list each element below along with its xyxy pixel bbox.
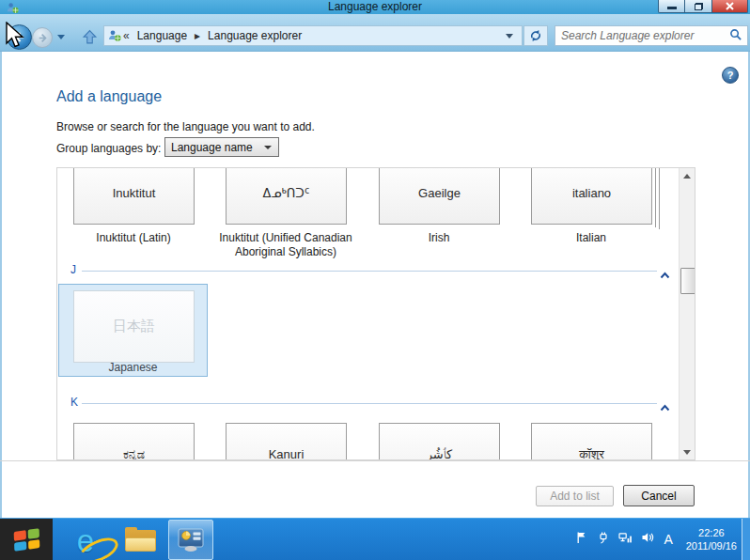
- language-tile-kashmiri-arabic[interactable]: كٲشُر: [379, 423, 500, 460]
- language-tile-inuktitut-latin[interactable]: Inuktitut: [73, 167, 195, 225]
- section-letter-j: J: [70, 263, 76, 276]
- group-by-dropdown[interactable]: Language name: [164, 137, 279, 157]
- scroll-up-button[interactable]: [680, 168, 695, 183]
- tile-stack-line: [655, 167, 656, 227]
- tile-native-text: ᐃᓄᒃᑎᑐᑦ: [263, 186, 310, 200]
- tile-label: Inuktitut (Latin): [56, 231, 218, 245]
- section-letter-k: K: [70, 396, 78, 409]
- scroll-down-button[interactable]: [680, 444, 695, 459]
- search-input[interactable]: [555, 29, 729, 42]
- taskbar-language-explorer-button-active[interactable]: [168, 520, 213, 560]
- clock-time: 22:26: [686, 526, 737, 539]
- clock-date: 2011/09/16: [686, 539, 737, 552]
- tile-label: Irish: [354, 231, 523, 245]
- vertical-scrollbar[interactable]: [679, 168, 695, 459]
- language-tile-japanese-selected[interactable]: 日本語 Japanese: [58, 284, 208, 377]
- back-arrow-icon: [13, 31, 25, 43]
- page-subtitle: Browse or search for the language you wa…: [56, 120, 315, 133]
- window-title: Language explorer: [0, 0, 750, 14]
- windows-logo-icon: [13, 528, 39, 552]
- group-by-value: Language name: [165, 141, 264, 154]
- restore-icon: [695, 3, 703, 10]
- tile-native-text: ಕನ್ನಡ: [123, 447, 145, 461]
- minimize-icon: [667, 7, 677, 9]
- tile-native-text: Inuktitut: [113, 186, 156, 200]
- input-language-indicator[interactable]: A: [664, 532, 672, 547]
- system-tray: A 22:26 2011/09/16: [575, 519, 737, 560]
- recent-pages-dropdown[interactable]: [57, 35, 65, 39]
- restore-button[interactable]: [685, 0, 712, 13]
- control-panel-icon: [178, 528, 204, 552]
- tile-native-text: 日本語: [73, 290, 195, 363]
- caption-buttons: [658, 0, 748, 14]
- tile-native-text: कॉशुर: [579, 447, 604, 461]
- language-list: Inuktitut ᐃᓄᒃᑎᑐᑦ Gaeilge italiano Inukti…: [56, 167, 695, 460]
- taskbar-clock[interactable]: 22:26 2011/09/16: [686, 526, 737, 552]
- search-box: [555, 25, 748, 46]
- action-center-flag-icon[interactable]: [575, 531, 588, 548]
- add-to-list-button[interactable]: Add to list: [536, 486, 614, 506]
- language-tile-kanuri[interactable]: Kanuri: [226, 423, 347, 460]
- close-icon: [726, 2, 734, 10]
- close-button[interactable]: [712, 0, 748, 13]
- breadcrumb-item-language-explorer[interactable]: Language explorer: [202, 29, 307, 42]
- tile-native-text: كٲشُر: [427, 447, 453, 461]
- tile-native-text: Gaeilge: [418, 186, 461, 200]
- address-bar[interactable]: « Language ▸ Language explorer: [103, 25, 523, 46]
- screen: Language explorer « Language: [0, 0, 750, 560]
- tile-label: Japanese: [59, 361, 207, 374]
- network-icon[interactable]: [618, 531, 633, 548]
- cancel-button[interactable]: Cancel: [623, 485, 695, 506]
- refresh-button[interactable]: [523, 25, 548, 46]
- forward-arrow-icon: [38, 33, 48, 43]
- taskbar: e: [0, 518, 750, 560]
- section-divider: [82, 403, 657, 404]
- tile-native-text: italiano: [572, 186, 611, 200]
- section-collapse-chevron[interactable]: [660, 266, 670, 273]
- scroll-up-icon: [683, 174, 691, 179]
- help-button[interactable]: ?: [722, 67, 739, 84]
- page-title: Add a language: [56, 88, 162, 105]
- window-frame-left: [0, 52, 2, 518]
- volume-icon[interactable]: [641, 531, 655, 548]
- up-arrow-icon: [82, 29, 98, 45]
- chevron-down-icon: [264, 146, 272, 149]
- language-tile-inuktitut-syllabics[interactable]: ᐃᓄᒃᑎᑐᑦ: [226, 167, 347, 225]
- section-divider: [82, 271, 657, 272]
- minimize-button[interactable]: [658, 0, 685, 13]
- scrollbar-thumb[interactable]: [680, 268, 695, 294]
- tile-label: Italian: [507, 231, 676, 245]
- power-plug-icon[interactable]: [597, 531, 610, 548]
- footer-divider: [0, 460, 750, 461]
- scroll-down-icon: [683, 450, 691, 455]
- address-dropdown-icon[interactable]: [506, 34, 513, 39]
- language-tile-irish[interactable]: Gaeilge: [379, 167, 500, 225]
- language-tile-kannada[interactable]: ಕನ್ನಡ: [73, 423, 195, 460]
- taskbar-file-explorer-button[interactable]: [125, 527, 157, 552]
- breadcrumb-location-icon: [108, 29, 121, 42]
- breadcrumb-separator-icon[interactable]: ▸: [193, 29, 202, 42]
- breadcrumb-overflow-chevron[interactable]: «: [121, 29, 132, 42]
- language-tile-kashmiri-devanagari[interactable]: कॉशुर: [531, 423, 652, 460]
- navigation-bar: « Language ▸ Language explorer: [0, 14, 750, 52]
- breadcrumb-item-language[interactable]: Language: [132, 29, 193, 42]
- show-desktop-button[interactable]: [742, 519, 750, 560]
- group-by-label: Group languages by:: [56, 142, 161, 155]
- back-button[interactable]: [7, 24, 32, 50]
- taskbar-internet-explorer-button[interactable]: e: [66, 521, 105, 560]
- title-bar: Language explorer: [0, 0, 750, 14]
- help-icon: ?: [727, 70, 734, 81]
- language-tile-italian[interactable]: italiano: [531, 167, 652, 225]
- tile-native-text: Kanuri: [269, 447, 305, 460]
- internet-explorer-icon: e: [77, 525, 94, 556]
- tile-stack-line: [659, 167, 660, 229]
- refresh-icon: [529, 29, 542, 42]
- tile-label: Inuktitut (Unified Canadian Aboriginal S…: [201, 231, 370, 259]
- forward-button[interactable]: [32, 27, 53, 48]
- section-collapse-chevron[interactable]: [660, 398, 670, 406]
- start-button[interactable]: [0, 519, 53, 560]
- search-icon[interactable]: [729, 27, 742, 44]
- up-button[interactable]: [79, 26, 100, 47]
